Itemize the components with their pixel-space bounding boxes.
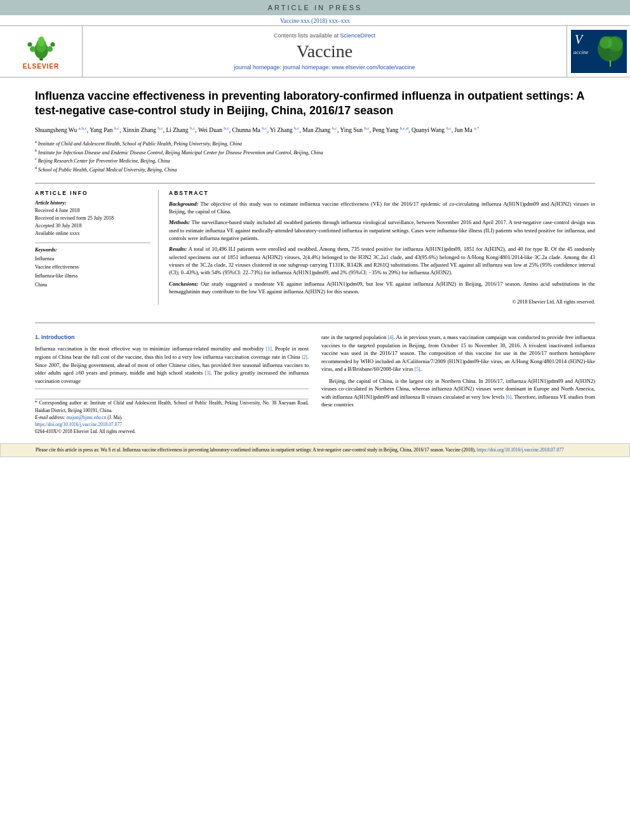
ref-1[interactable]: [1]: [266, 346, 272, 352]
body-two-col: 1. Introduction Influenza vaccination is…: [0, 328, 630, 436]
authors-line: Shuangsheng Wu a,b,c, Yang Pan b,c, Xinx…: [35, 125, 595, 135]
abstract-conclusions: Conclusions: Our study suggested a moder…: [169, 280, 595, 296]
background-text: The objective of this study was to estim…: [169, 201, 595, 215]
methods-label: Methods:: [169, 219, 190, 225]
svg-point-5: [47, 46, 53, 52]
history-revised: Received in revised form 25 July 2018: [35, 215, 151, 222]
svg-point-7: [50, 42, 55, 46]
background-label: Background:: [169, 201, 198, 207]
email-line: E-mail address: majun@bjmu.edu.cn (J. Ma…: [35, 414, 309, 421]
article-info-heading: ARTICLE INFO: [35, 190, 151, 196]
journal-citation: Vaccine xxx (2018) xxx–xxx: [0, 15, 630, 25]
history-received: Received 4 June 2018: [35, 207, 151, 215]
keywords-label: Keywords:: [35, 247, 151, 253]
article-content: Influenza vaccine effectiveness in preve…: [0, 77, 630, 317]
results-text: A total of 10,496 ILI patients were enro…: [169, 246, 595, 276]
keywords-section: Keywords: Influenza Vaccine effectivenes…: [35, 247, 151, 289]
journal-name: Vaccine: [297, 41, 353, 62]
body-col-left: 1. Introduction Influenza vaccination is…: [35, 333, 309, 436]
article-in-press-banner: ARTICLE IN PRESS: [0, 0, 630, 15]
intro-para1: Influenza vaccination is the most effect…: [35, 345, 309, 385]
doi-line: https://doi.org/10.1016/j.vaccine.2018.0…: [35, 421, 309, 428]
svg-point-6: [27, 42, 32, 46]
methods-text: The surveillance-based study included al…: [169, 219, 595, 241]
homepage-label: journal homepage:: [234, 64, 283, 70]
banner-text: ARTICLE IN PRESS: [268, 4, 363, 11]
issn-line: 0264-410X/© 2018 Elsevier Ltd. All right…: [35, 428, 309, 435]
sciencedirect-link[interactable]: ScienceDirect: [340, 32, 376, 39]
sciencedirect-line: Contents lists available at ScienceDirec…: [274, 32, 375, 39]
email-link[interactable]: majun@bjmu.edu.cn: [67, 415, 107, 420]
history-label: Article history:: [35, 200, 151, 206]
intro-para2: rate in the targeted population [4]. As …: [321, 333, 595, 373]
history-accepted: Accepted 30 July 2018: [35, 222, 151, 230]
abstract-results: Results: A total of 10,496 ILI patients …: [169, 245, 595, 276]
ref-6[interactable]: [6]: [506, 394, 511, 400]
keyword-influenza: Influenza: [35, 255, 151, 263]
article-title: Influenza vaccine effectiveness in preve…: [35, 89, 595, 119]
conclusions-text: Our study suggested a moderate VE agains…: [169, 281, 595, 295]
elsevier-tree-icon: [19, 33, 64, 62]
journal-homepage: journal homepage: journal homepage: www.…: [234, 64, 415, 70]
homepage-url[interactable]: journal homepage: www.elsevier.com/locat…: [283, 64, 415, 70]
contents-text: Contents lists available at: [274, 32, 338, 39]
intro-para3: Beijing, the capital of China, is the la…: [321, 377, 595, 409]
elsevier-logo: ELSEVIER: [0, 26, 83, 77]
affiliations: a Institute of Child and Adolescent Heal…: [35, 139, 595, 174]
affiliation-c: c Beijing Research Center for Preventive…: [35, 156, 595, 165]
page-wrapper: ARTICLE IN PRESS Vaccine xxx (2018) xxx–…: [0, 0, 630, 840]
affiliation-d: d School of Public Health, Capital Medic…: [35, 165, 595, 174]
article-history: Article history: Received 4 June 2018 Re…: [35, 200, 151, 237]
abstract-background: Background: The objective of this study …: [169, 200, 595, 216]
abstract-text: Background: The objective of this study …: [169, 200, 595, 295]
svg-text:accine: accine: [573, 49, 588, 55]
results-label: Results:: [169, 246, 187, 252]
affiliation-a: a Institute of Child and Adolescent Heal…: [35, 139, 595, 148]
svg-point-4: [30, 46, 36, 52]
article-info-col: ARTICLE INFO Article history: Received 4…: [35, 190, 159, 305]
article-info-abstract-section: ARTICLE INFO Article history: Received 4…: [35, 183, 595, 305]
intro-heading: 1. Introduction: [35, 333, 309, 342]
body-col-right: rate in the targeted population [4]. As …: [321, 333, 595, 436]
keyword-china: China: [35, 281, 151, 290]
copyright-line: © 2018 Elsevier Ltd. All rights reserved…: [169, 299, 595, 305]
footnote-area: * Corresponding author at: Institute of …: [35, 399, 309, 435]
footnote-divider: [35, 389, 309, 392]
ref-3[interactable]: [3]: [205, 370, 211, 376]
corresponding-author-note: * Corresponding author at: Institute of …: [35, 399, 309, 414]
citation-text: Vaccine xxx (2018) xxx–xxx: [280, 18, 350, 24]
doi-link[interactable]: https://doi.org/10.1016/j.vaccine.2018.0…: [35, 422, 122, 427]
conclusions-label: Conclusions:: [169, 281, 198, 287]
vaccine-logo-icon: V accine: [571, 30, 627, 73]
history-available: Available online xxxx: [35, 230, 151, 237]
ref-5[interactable]: [5]: [415, 366, 420, 372]
svg-point-13: [600, 36, 612, 49]
svg-point-3: [37, 36, 44, 46]
svg-point-14: [609, 49, 619, 59]
elsevier-wordmark: ELSEVIER: [23, 63, 59, 70]
ref-4[interactable]: [4]: [388, 335, 394, 340]
ref-2[interactable]: [2]: [302, 354, 307, 360]
abstract-heading: ABSTRACT: [169, 190, 595, 196]
keyword-vaccine: Vaccine effectiveness: [35, 263, 151, 272]
journal-header: ELSEVIER Contents lists available at Sci…: [0, 25, 630, 77]
body-divider: [35, 323, 595, 323]
citation-bar: Please cite this article in press as: Wu…: [0, 443, 630, 458]
citation-doi-link[interactable]: https://doi.org/10.1016/j.vaccine.2018.0…: [477, 447, 564, 453]
journal-center: Contents lists available at ScienceDirec…: [83, 26, 566, 77]
citation-bar-text: Please cite this article in press as: Wu…: [36, 447, 477, 453]
vaccine-logo-box: V accine: [566, 26, 630, 77]
abstract-methods: Methods: The surveillance-based study in…: [169, 218, 595, 242]
keyword-ili: Influenza-like illness: [35, 272, 151, 281]
affiliation-b: b Institute for Infectious Disease and E…: [35, 148, 595, 157]
abstract-col: ABSTRACT Background: The objective of th…: [169, 190, 595, 305]
